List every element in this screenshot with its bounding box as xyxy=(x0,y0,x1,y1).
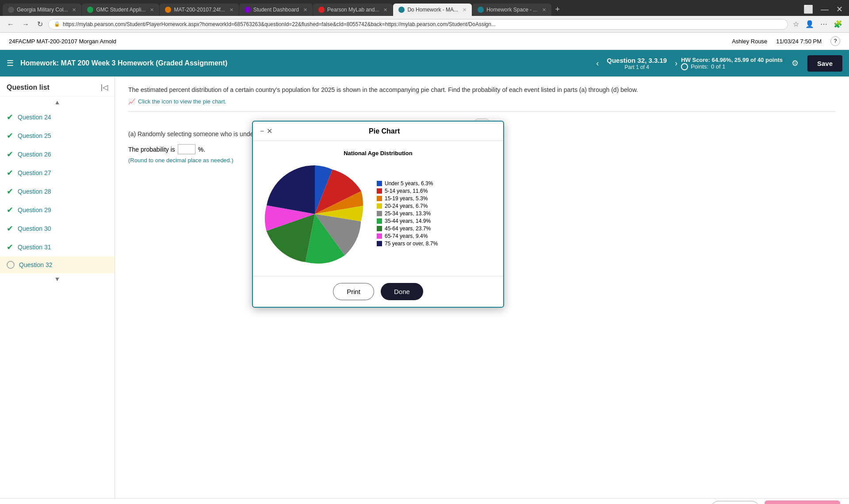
homework-title: MAT 200 Week 3 Homework (Graded Assignme… xyxy=(61,59,228,67)
scroll-up-button[interactable]: ▲ xyxy=(54,99,61,106)
question-navigation: ‹ Question 32, 3.3.19 Part 1 of 4 › xyxy=(593,57,681,70)
tab-label-4: Student Dashboard xyxy=(253,7,299,13)
tab-1[interactable]: Georgia Military Col... ✕ xyxy=(3,4,81,16)
question-main-text: The estimated percent distribution of a … xyxy=(128,85,836,95)
modal-close-button[interactable]: ✕ xyxy=(267,127,272,135)
user-name: Ashley Rouse xyxy=(732,38,767,45)
legend-label-35-44: 35-44 years, 14.9% xyxy=(385,218,431,224)
legend-color-20-24 xyxy=(377,203,382,209)
modal-window-buttons: − ✕ xyxy=(260,127,272,135)
sidebar-item-q26[interactable]: ✔ Question 26 xyxy=(0,145,115,164)
modal-overlay: − ✕ Pie Chart National Age Distribution xyxy=(115,76,849,498)
points-circle-icon xyxy=(681,63,688,70)
scroll-down-button[interactable]: ▼ xyxy=(54,275,61,283)
tab-close-7[interactable]: ✕ xyxy=(542,7,546,13)
legend-item-under5: Under 5 years, 6.3% xyxy=(377,180,438,187)
done-button[interactable]: Done xyxy=(381,283,423,300)
sidebar-label-q29: Question 29 xyxy=(18,206,51,214)
tab-2[interactable]: GMC Student Appli... ✕ xyxy=(82,4,159,16)
prev-question-button[interactable]: ‹ xyxy=(593,57,602,70)
sidebar-collapse-button[interactable]: |◁ xyxy=(101,83,108,92)
question-info: Question 32, 3.3.19 Part 1 of 4 xyxy=(607,57,667,70)
reload-button[interactable]: ↻ xyxy=(34,19,46,30)
help-button-top[interactable]: ? xyxy=(830,36,840,46)
browser-tabs-bar: Georgia Military Col... ✕ GMC Student Ap… xyxy=(0,0,849,16)
legend-label-75plus: 75 years or over, 8.7% xyxy=(385,241,438,247)
hamburger-icon[interactable]: ☰ xyxy=(7,58,14,68)
legend-item-45-64: 45-64 years, 23.7% xyxy=(377,225,438,232)
sidebar-scroll-up: ▲ xyxy=(0,96,115,108)
tab-3[interactable]: MAT-200-20107.24f... ✕ xyxy=(160,4,238,16)
main-layout: Question list |◁ ▲ ✔ Question 24 ✔ Quest… xyxy=(0,76,849,498)
nav-right: HW Score: 64.96%, 25.99 of 40 points Poi… xyxy=(681,55,842,72)
close-window-button[interactable]: ✕ xyxy=(833,3,846,16)
question-part: Part 1 of 4 xyxy=(607,64,667,70)
pie-modal-title: Pie Chart xyxy=(272,127,496,135)
sidebar-item-q29[interactable]: ✔ Question 29 xyxy=(0,201,115,219)
next-question-button[interactable]: › xyxy=(671,57,681,70)
check-icon-q26: ✔ xyxy=(7,149,13,159)
save-button[interactable]: Save xyxy=(807,55,842,72)
new-tab-button[interactable]: + xyxy=(552,3,564,16)
sidebar-item-q32[interactable]: Question 32 xyxy=(0,256,115,273)
minimize-window-button[interactable]: — xyxy=(817,3,832,16)
tab-close-2[interactable]: ✕ xyxy=(150,7,154,13)
tab-close-5[interactable]: ✕ xyxy=(383,7,387,13)
pie-modal-footer: Print Done xyxy=(253,276,503,307)
tab-favicon-6 xyxy=(398,7,405,13)
print-button[interactable]: Print xyxy=(333,283,374,300)
tab-4[interactable]: Student Dashboard ✕ xyxy=(239,4,313,16)
sidebar-item-q30[interactable]: ✔ Question 30 xyxy=(0,219,115,238)
tab-5[interactable]: Pearson MyLab and... ✕ xyxy=(313,4,393,16)
tab-window-controls[interactable]: ⬜ xyxy=(800,3,817,16)
circle-icon-q32 xyxy=(7,261,15,269)
sidebar-item-q24[interactable]: ✔ Question 24 xyxy=(0,108,115,126)
sidebar-item-q31[interactable]: ✔ Question 31 xyxy=(0,238,115,256)
sidebar-title: Question list xyxy=(7,84,50,92)
pie-legend: Under 5 years, 6.3% 5-14 years, 11.6% 15… xyxy=(377,180,438,248)
extensions-button[interactable]: 🧩 xyxy=(831,19,845,30)
divider-top xyxy=(128,111,836,112)
tab-close-6[interactable]: ✕ xyxy=(463,7,467,13)
tab-favicon-5 xyxy=(318,7,325,13)
settings-icon[interactable]: ⚙ xyxy=(792,58,799,68)
probability-input[interactable] xyxy=(178,144,195,154)
percent-symbol: %. xyxy=(198,146,205,153)
pie-modal-body: National Age Distribution xyxy=(253,141,503,276)
more-button[interactable]: ⋯ xyxy=(818,19,830,30)
address-bar[interactable]: 🔒 https://mylab.pearson.com/Student/Play… xyxy=(48,19,788,30)
profile-button[interactable]: 👤 xyxy=(803,19,816,30)
browser-toolbar: ← → ↻ 🔒 https://mylab.pearson.com/Studen… xyxy=(0,16,849,33)
datetime: 11/03/24 7:50 PM xyxy=(776,38,822,45)
tab-favicon-1 xyxy=(8,7,14,13)
clear-all-button[interactable]: Clear all xyxy=(710,501,760,504)
tab-label-2: GMC Student Appli... xyxy=(96,7,145,13)
sidebar-label-q26: Question 26 xyxy=(18,151,51,158)
check-icon-q25: ✔ xyxy=(7,131,13,141)
sidebar-item-q25[interactable]: ✔ Question 25 xyxy=(0,126,115,145)
legend-color-15-19 xyxy=(377,196,382,201)
legend-color-75plus xyxy=(377,241,382,246)
modal-minimize-button[interactable]: − xyxy=(260,127,264,135)
tab-close-4[interactable]: ✕ xyxy=(303,7,307,13)
tab-label-6: Do Homework - MA... xyxy=(407,7,458,13)
tab-close-1[interactable]: ✕ xyxy=(72,7,76,13)
tab-6[interactable]: Do Homework - MA... ✕ xyxy=(393,4,472,16)
tab-7[interactable]: Homework Space - ... ✕ xyxy=(472,4,551,16)
sidebar-item-q27[interactable]: ✔ Question 27 xyxy=(0,164,115,182)
sidebar-label-q25: Question 25 xyxy=(18,132,51,139)
bookmark-button[interactable]: ☆ xyxy=(791,19,801,30)
tab-close-3[interactable]: ✕ xyxy=(229,7,233,13)
legend-color-35-44 xyxy=(377,218,382,224)
check-icon-q24: ✔ xyxy=(7,112,13,122)
chart-link[interactable]: 📈 Click the icon to view the pie chart. xyxy=(128,98,836,105)
legend-label-65-74: 65-74 years, 9.4% xyxy=(385,233,428,239)
back-button[interactable]: ← xyxy=(4,19,17,30)
sidebar-label-q30: Question 30 xyxy=(18,225,51,232)
pie-chart-inner: Under 5 years, 6.3% 5-14 years, 11.6% 15… xyxy=(262,161,494,267)
check-answer-button[interactable]: Check answer xyxy=(765,500,840,504)
points-label: Points: xyxy=(691,63,708,70)
legend-item-75plus: 75 years or over, 8.7% xyxy=(377,241,438,247)
forward-button[interactable]: → xyxy=(19,19,32,30)
sidebar-item-q28[interactable]: ✔ Question 28 xyxy=(0,182,115,201)
